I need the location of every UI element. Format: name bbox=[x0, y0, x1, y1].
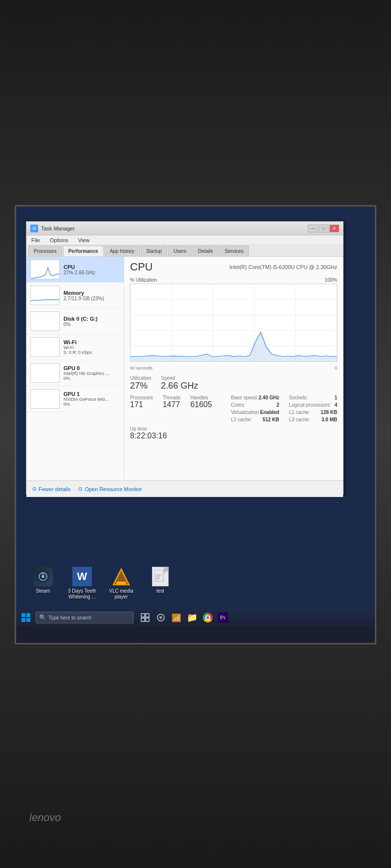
sidebar-item-cpu[interactable]: CPU 27% 2.66 GHz bbox=[26, 257, 124, 283]
logical-row: Logical processors: 4 bbox=[289, 402, 337, 408]
tab-users[interactable]: Users bbox=[168, 246, 192, 256]
sidebar-item-gpu0[interactable]: GPU 0 Intel(R) HD Graphics ...0% bbox=[26, 360, 124, 386]
menu-file[interactable]: File bbox=[29, 236, 42, 244]
zero-label: 0 bbox=[335, 366, 337, 371]
sidebar-item-memory[interactable]: Memory 2.7/11.9 GB (23%) bbox=[26, 283, 124, 309]
chrome-icon[interactable] bbox=[202, 612, 214, 623]
svg-rect-22 bbox=[146, 614, 149, 617]
svg-rect-18 bbox=[155, 575, 161, 576]
sidebar-item-disk[interactable]: Disk 0 (C: G:) 0% bbox=[26, 309, 124, 334]
minimize-button[interactable]: — bbox=[308, 225, 318, 232]
tab-services[interactable]: Services bbox=[219, 246, 249, 256]
cortana-icon[interactable] bbox=[155, 612, 167, 623]
menu-options[interactable]: Options bbox=[48, 236, 70, 244]
util-stat-value: 27% bbox=[130, 381, 151, 391]
title-left: ⚙ Task Manager bbox=[30, 225, 75, 232]
logical-val: 4 bbox=[334, 402, 337, 408]
memory-sidebar-detail: 2.7/11.9 GB (23%) bbox=[64, 296, 120, 301]
gpu1-mini-graph bbox=[30, 389, 60, 409]
desktop: ⚙ Task Manager — □ ✕ File Options View P… bbox=[16, 207, 375, 626]
time-label-row: 60 seconds 0 bbox=[130, 366, 337, 371]
task-view-icon[interactable] bbox=[139, 612, 151, 623]
maximize-button[interactable]: □ bbox=[319, 225, 328, 232]
handles-label: Handles bbox=[190, 395, 212, 400]
gpu0-mini-graph bbox=[30, 363, 60, 383]
premiere-icon[interactable]: Pr bbox=[217, 612, 228, 623]
close-button[interactable]: ✕ bbox=[329, 225, 339, 232]
wifi-sidebar-name: Wi-Fi bbox=[64, 339, 120, 345]
cpu-header: CPU Intel(R) Core(TM) i5-6200U CPU @ 2.3… bbox=[130, 261, 337, 273]
fewer-details-icon: ⊙ bbox=[32, 486, 37, 492]
explorer-icon[interactable]: 📁 bbox=[186, 612, 198, 623]
svg-rect-19 bbox=[155, 577, 160, 578]
svg-point-26 bbox=[159, 616, 162, 619]
svg-marker-8 bbox=[130, 332, 337, 361]
cpu-graph-area bbox=[130, 284, 337, 362]
disk-sidebar-info: Disk 0 (C: G:) 0% bbox=[64, 316, 120, 327]
fewer-details-link[interactable]: ⊙ Fewer details bbox=[32, 486, 70, 492]
svg-rect-20 bbox=[155, 579, 159, 579]
virt-val: Enabled bbox=[260, 410, 279, 415]
svg-rect-23 bbox=[141, 618, 145, 621]
sockets-label: Sockets: bbox=[289, 395, 307, 400]
l2-val: 512 KB bbox=[262, 417, 279, 422]
cores-label: Cores: bbox=[231, 402, 245, 408]
tab-processes[interactable]: Processes bbox=[28, 246, 62, 256]
vlc-icon-item[interactable]: VLC media player bbox=[104, 565, 138, 602]
taskbar: 🔍 Type here to search bbox=[16, 609, 375, 626]
win-sq-tl bbox=[22, 613, 25, 617]
search-bar[interactable]: 🔍 Type here to search bbox=[36, 612, 133, 623]
cpu-sidebar-name: CPU bbox=[64, 264, 120, 270]
processes-stat: Processes 171 bbox=[130, 395, 153, 422]
gpu0-sidebar-detail: Intel(R) HD Graphics ...0% bbox=[64, 371, 120, 381]
l1-label: L1 cache: bbox=[289, 410, 310, 415]
desktop-icons: Steam W 3 Days Teeth Whitening ... bbox=[26, 565, 177, 602]
tab-app-history[interactable]: App history bbox=[105, 246, 140, 256]
base-speed-label: Base speed: bbox=[231, 395, 258, 400]
steam-icon-item[interactable]: Steam bbox=[26, 565, 60, 602]
gpu0-sidebar-name: GPU 0 bbox=[64, 365, 120, 371]
tab-startup[interactable]: Startup bbox=[141, 246, 167, 256]
handles-stat: Handles 61605 bbox=[190, 395, 212, 422]
memory-sidebar-info: Memory 2.7/11.9 GB (23%) bbox=[64, 290, 120, 301]
tm-main-content: CPU Intel(R) Core(TM) i5-6200U CPU @ 2.3… bbox=[124, 257, 343, 480]
logical-label: Logical processors: bbox=[289, 402, 331, 408]
search-icon: 🔍 bbox=[39, 614, 46, 621]
win-sq-tr bbox=[26, 613, 30, 617]
monitor-icon: ⊙ bbox=[78, 486, 83, 492]
memory-mini-graph bbox=[30, 286, 60, 305]
test-file-label: test bbox=[156, 588, 164, 594]
speed-stat-label: Speed bbox=[161, 375, 198, 381]
start-button[interactable] bbox=[18, 610, 34, 625]
tab-details[interactable]: Details bbox=[193, 246, 218, 256]
word-icon-bg: W bbox=[72, 567, 92, 586]
cpu-info-grid: Base speed: 2.40 GHz Sockets: 1 Cores: 2 bbox=[231, 395, 337, 422]
taskmanager-icon: ⚙ bbox=[30, 225, 38, 232]
disk-sidebar-detail: 0% bbox=[64, 322, 120, 327]
uptime-label: Up time bbox=[130, 426, 337, 432]
menu-view[interactable]: View bbox=[76, 236, 92, 244]
l1-val: 128 KB bbox=[321, 410, 337, 415]
open-monitor-link[interactable]: ⊙ Open Resource Monitor bbox=[78, 486, 142, 492]
svg-rect-16 bbox=[154, 570, 163, 581]
sidebar-item-wifi[interactable]: Wi-Fi Wi-FiS: 0 R: 0 Kbps bbox=[26, 334, 124, 360]
test-file-icon-item[interactable]: test bbox=[143, 565, 177, 602]
gpu1-sidebar-detail: NVIDIA GeForce 940...0% bbox=[64, 397, 120, 407]
screen-area: ⚙ Task Manager — □ ✕ File Options View P… bbox=[15, 205, 376, 644]
window-title: Task Manager bbox=[41, 226, 75, 231]
cpu-sidebar-detail: 27% 2.66 GHz bbox=[64, 270, 120, 275]
l2-row: L2 cache: 512 KB bbox=[231, 417, 279, 422]
util-stat-label: Utilization bbox=[130, 375, 151, 381]
sidebar-item-gpu1[interactable]: GPU 1 NVIDIA GeForce 940...0% bbox=[26, 386, 124, 412]
tm-body: CPU 27% 2.66 GHz Memory 2. bbox=[26, 257, 343, 480]
sockets-row: Sockets: 1 bbox=[289, 395, 337, 400]
threads-stat: Threads 1477 bbox=[163, 395, 181, 422]
sockets-val: 1 bbox=[334, 395, 337, 400]
network-icon[interactable]: 📶 bbox=[171, 612, 182, 623]
l1-row: L1 cache: 128 KB bbox=[289, 410, 337, 415]
menubar: File Options View bbox=[26, 235, 343, 245]
tab-performance[interactable]: Performance bbox=[63, 246, 104, 256]
open-monitor-label: Open Resource Monitor bbox=[85, 486, 142, 492]
l3-label: L3 cache: bbox=[289, 417, 310, 422]
word-icon-item[interactable]: W 3 Days Teeth Whitening ... bbox=[65, 565, 99, 602]
